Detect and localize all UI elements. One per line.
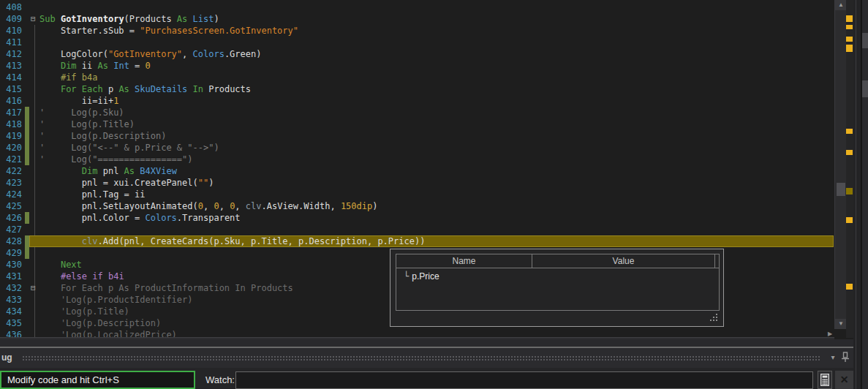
- code-line[interactable]: 423 pnl = xui.CreatePanel(""): [0, 177, 834, 189]
- code-line[interactable]: 408: [0, 1, 834, 13]
- code-line[interactable]: 414 #if b4a: [0, 72, 834, 83]
- line-number[interactable]: 417: [0, 107, 25, 118]
- line-number[interactable]: 408: [0, 1, 25, 13]
- line-number[interactable]: 425: [0, 200, 25, 212]
- line-number[interactable]: 418: [0, 118, 25, 130]
- line-number[interactable]: 422: [0, 165, 25, 177]
- scroll-annotation-marker[interactable]: [846, 150, 853, 155]
- code-line[interactable]: 418' Log(p.Title): [0, 118, 834, 130]
- code-text[interactable]: For Each p As ProductInformation In Prod…: [39, 282, 293, 294]
- code-text[interactable]: #else if b4i: [39, 271, 124, 282]
- line-number[interactable]: 428: [0, 235, 25, 247]
- line-number[interactable]: 414: [0, 72, 25, 83]
- line-number[interactable]: 424: [0, 189, 25, 200]
- code-text[interactable]: clv.Add(pnl, CreateCards(p.Sku, p.Title,…: [39, 235, 425, 247]
- line-number[interactable]: 434: [0, 306, 25, 317]
- code-line[interactable]: 425 pnl.SetLayoutAnimated(0, 0, 0, clv.A…: [0, 200, 834, 212]
- code-text[interactable]: Starter.sSub = "PurchasesScreen.GotInven…: [39, 25, 298, 37]
- scroll-annotation-marker[interactable]: [846, 188, 853, 194]
- line-number[interactable]: 410: [0, 25, 25, 37]
- line-number[interactable]: 421: [0, 154, 25, 165]
- scroll-annotation-marker[interactable]: [846, 45, 853, 52]
- code-text[interactable]: LogColor("GotInventory", Colors.Green): [39, 48, 261, 60]
- code-text[interactable]: Sub GotInventory(Products As List): [39, 13, 219, 25]
- scroll-down-icon[interactable]: ▼: [835, 319, 847, 329]
- code-text[interactable]: 'Log(p.LocalizedPrice): [39, 329, 177, 337]
- code-text[interactable]: pnl.Tag = ii: [39, 189, 146, 200]
- code-text[interactable]: ' Log(p.Title): [39, 118, 135, 130]
- code-text[interactable]: 'Log(p.Title): [39, 306, 129, 317]
- line-number[interactable]: 415: [0, 83, 25, 95]
- code-line[interactable]: 413 Dim ii As Int = 0: [0, 60, 834, 72]
- code-line[interactable]: 426 pnl.Color = Colors.Transparent: [0, 212, 834, 224]
- code-line[interactable]: 411: [0, 37, 834, 48]
- code-text[interactable]: pnl.Color = Colors.Transparent: [39, 212, 241, 224]
- code-text[interactable]: #if b4a: [39, 72, 97, 83]
- clear-watch-button[interactable]: ✕: [835, 371, 853, 389]
- line-number[interactable]: 412: [0, 48, 25, 60]
- line-number[interactable]: 433: [0, 294, 25, 306]
- code-text[interactable]: pnl.SetLayoutAnimated(0, 0, 0, clv.AsVie…: [39, 200, 377, 212]
- code-text[interactable]: 'Log(p.ProductIdentifier): [39, 294, 193, 306]
- line-number[interactable]: 419: [0, 130, 25, 142]
- code-line[interactable]: 410 Starter.sSub = "PurchasesScreen.GotI…: [0, 25, 834, 37]
- line-number[interactable]: 413: [0, 60, 25, 72]
- current-statement-line[interactable]: 428 clv.Add(pnl, CreateCards(p.Sku, p.Ti…: [0, 235, 834, 247]
- code-line[interactable]: 409⊟Sub GotInventory(Products As List): [0, 13, 834, 25]
- code-line[interactable]: 419' Log(p.Description): [0, 130, 834, 142]
- scrollbar-thumb[interactable]: [837, 183, 845, 196]
- pin-icon[interactable]: [841, 352, 851, 363]
- panel-drag-handle[interactable]: [22, 355, 820, 361]
- line-number[interactable]: 435: [0, 317, 25, 329]
- line-number[interactable]: 432: [0, 282, 25, 294]
- fold-toggle-icon[interactable]: ⊟: [29, 13, 39, 25]
- code-line[interactable]: 424 pnl.Tag = ii: [0, 189, 834, 200]
- line-number[interactable]: 423: [0, 177, 25, 189]
- watch-row[interactable]: └p.Price: [396, 271, 719, 282]
- vertical-scrollbar[interactable]: ▲ ▼: [834, 0, 846, 329]
- scroll-annotation-marker[interactable]: [846, 217, 853, 223]
- code-text[interactable]: ' Log("================"): [39, 154, 193, 165]
- code-line[interactable]: 427: [0, 224, 834, 235]
- code-text[interactable]: ' Log(p.Description): [39, 130, 166, 142]
- scroll-annotation-marker[interactable]: [846, 15, 853, 22]
- scroll-annotation-marker[interactable]: [846, 37, 853, 42]
- code-line[interactable]: 436 'Log(p.LocalizedPrice): [0, 329, 834, 337]
- fold-toggle-icon[interactable]: ⊟: [29, 282, 39, 294]
- code-line[interactable]: 416 ii=ii+1: [0, 95, 834, 107]
- scroll-annotation-marker[interactable]: [846, 25, 853, 29]
- evaluate-button[interactable]: [818, 371, 832, 389]
- line-number[interactable]: 426: [0, 212, 25, 224]
- watch-input[interactable]: [235, 371, 813, 389]
- line-number[interactable]: 411: [0, 37, 25, 48]
- line-number[interactable]: 409: [0, 13, 25, 25]
- code-text[interactable]: Dim pnl As B4XView: [39, 165, 177, 177]
- line-number[interactable]: 429: [0, 247, 25, 259]
- scroll-annotation-marker[interactable]: [846, 129, 853, 134]
- fold-gutter: [29, 1, 39, 13]
- line-number[interactable]: 436: [0, 329, 25, 337]
- code-text[interactable]: For Each p As SkuDetails In Products: [39, 83, 251, 95]
- chevron-down-icon[interactable]: ▾: [828, 352, 838, 363]
- line-number[interactable]: 431: [0, 271, 25, 282]
- code-line[interactable]: 412 LogColor("GotInventory", Colors.Gree…: [0, 48, 834, 60]
- code-line[interactable]: 417' Log(p.Sku): [0, 107, 834, 118]
- line-number[interactable]: 416: [0, 95, 25, 107]
- line-number[interactable]: 427: [0, 224, 25, 235]
- code-line[interactable]: 420' Log("<--" & p.Price & "-->"): [0, 142, 834, 154]
- code-line[interactable]: 415 For Each p As SkuDetails In Products: [0, 83, 834, 95]
- scroll-up-icon[interactable]: ▲: [835, 0, 847, 10]
- code-text[interactable]: 'Log(p.Description): [39, 317, 161, 329]
- code-text[interactable]: ' Log("<--" & p.Price & "-->"): [39, 142, 219, 154]
- code-text[interactable]: Next: [39, 259, 82, 271]
- line-number[interactable]: 420: [0, 142, 25, 154]
- code-line[interactable]: 421' Log("================"): [0, 154, 834, 165]
- code-text[interactable]: Dim ii As Int = 0: [39, 60, 151, 72]
- code-text[interactable]: ii=ii+1: [39, 95, 118, 107]
- code-line[interactable]: 422 Dim pnl As B4XView: [0, 165, 834, 177]
- line-number[interactable]: 430: [0, 259, 25, 271]
- resize-grip[interactable]: [710, 314, 717, 321]
- code-text[interactable]: pnl = xui.CreatePanel(""): [39, 177, 214, 189]
- code-text[interactable]: ' Log(p.Sku): [39, 107, 124, 118]
- scroll-annotation-marker[interactable]: [846, 284, 853, 290]
